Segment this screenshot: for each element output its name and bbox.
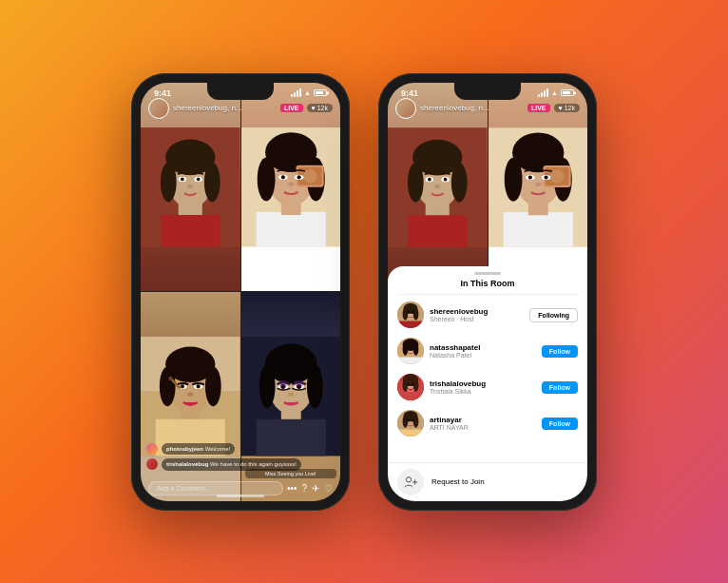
svg-point-54: [277, 380, 289, 386]
heart-icon-small: ♥: [312, 105, 316, 111]
svg-point-6: [204, 162, 220, 202]
bottom-sheet: In This Room: [388, 266, 587, 500]
svg-rect-107: [397, 394, 424, 400]
svg-point-112: [413, 416, 419, 428]
heart-icon[interactable]: ♡: [324, 483, 333, 494]
phone-2: 9:41 ▲ shereenlovebug, n... LIVE ♥: [378, 73, 597, 511]
svg-point-114: [412, 419, 414, 422]
svg-point-35: [205, 366, 221, 406]
room-info-trishala: trishalalovebug Trishala Sikka: [430, 379, 536, 395]
svg-point-55: [293, 380, 305, 386]
avatar-shereen: [397, 301, 424, 328]
heart-icon-small-2: ♥: [559, 105, 563, 111]
svg-point-96: [413, 343, 419, 356]
svg-point-98: [412, 347, 414, 350]
svg-rect-59: [408, 215, 468, 246]
bottom-icons-1: ••• ? ✈ ♡: [287, 483, 333, 494]
svg-point-56: [288, 393, 294, 397]
room-name-trishala: Trishala Sikka: [430, 388, 536, 395]
room-info-arti: artinayar ARTI NAYAR: [430, 416, 536, 431]
room-username-natasha: natasshapatel: [430, 343, 536, 352]
status-icons-2: ▲: [538, 88, 574, 97]
viewer-count-1: ♥ 12k: [307, 104, 333, 112]
live-badge-2: LIVE: [527, 104, 550, 112]
svg-rect-99: [397, 358, 424, 364]
status-time-1: 9:41: [154, 88, 171, 98]
follow-btn-arti[interactable]: Follow: [542, 418, 578, 430]
host-username-1: shereenlovebug, n...: [173, 104, 277, 112]
wifi-icon: ▲: [304, 89, 311, 96]
svg-point-39: [197, 384, 201, 388]
host-avatar-1: [148, 98, 169, 119]
room-item-arti: artinayar ARTI NAYAR Follow: [388, 405, 587, 441]
svg-point-83: [535, 182, 541, 185]
sheet-title: In This Room: [397, 279, 578, 295]
svg-rect-91: [397, 321, 424, 328]
room-name-arti: ARTI NAYAR: [430, 424, 536, 431]
room-username-shereen: shereenlovebug: [430, 307, 524, 316]
svg-point-104: [413, 379, 419, 392]
svg-point-116: [406, 476, 411, 481]
viewer-count-2: ♥ 12k: [554, 104, 580, 112]
room-name-natasha: Natasha Patel: [430, 352, 536, 359]
follow-btn-trishala[interactable]: Follow: [542, 381, 578, 394]
chat-text-1: photosbyjeen Welcome!: [162, 443, 235, 455]
status-icons-1: ▲: [291, 88, 327, 97]
phone-2-screen: 9:41 ▲ shereenlovebug, n... LIVE ♥: [388, 83, 587, 501]
signal-icon: [291, 88, 301, 97]
svg-point-111: [403, 416, 409, 428]
host-username-2: shereenlovebug, n...: [420, 104, 524, 112]
svg-point-62: [408, 162, 424, 202]
svg-point-97: [407, 347, 410, 350]
svg-point-10: [197, 177, 201, 181]
room-name-shereen: Shereen · Host: [430, 316, 524, 322]
svg-point-90: [412, 311, 414, 314]
question-icon[interactable]: ?: [301, 483, 307, 494]
svg-point-21: [302, 168, 316, 183]
svg-rect-13: [256, 211, 325, 246]
svg-point-74: [504, 157, 522, 201]
phone-1: 9:41 ▲ shereenlovebug, n... LIVE ♥: [131, 73, 350, 511]
room-username-trishala: trishalalovebug: [430, 379, 536, 388]
room-info-natasha: natasshapatel Natasha Patel: [430, 343, 536, 359]
avatar-arti: [397, 410, 424, 437]
live-header-2: shereenlovebug, n... LIVE ♥ 12k: [388, 98, 587, 119]
svg-rect-115: [397, 430, 424, 437]
svg-point-67: [444, 177, 448, 181]
battery-icon: [314, 89, 327, 96]
home-indicator-2: [464, 495, 511, 497]
svg-point-82: [544, 175, 547, 179]
share-icon[interactable]: ✈: [312, 483, 319, 494]
comment-input-1[interactable]: Add a Comment...: [148, 481, 283, 496]
wifi-icon-2: ▲: [551, 89, 558, 96]
sheet-handle: [474, 272, 501, 275]
phone-1-screen: 9:41 ▲ shereenlovebug, n... LIVE ♥: [141, 83, 340, 501]
svg-point-113: [407, 419, 410, 422]
signal-icon-2: [538, 88, 548, 97]
request-join-icon: [397, 469, 424, 496]
chat-message-2: trishalalovebug We have to do this again…: [146, 458, 335, 470]
svg-point-41: [168, 377, 172, 380]
svg-point-78: [549, 169, 564, 184]
chat-avatar-1: [146, 443, 158, 455]
svg-point-25: [297, 175, 300, 179]
host-avatar-2: [395, 98, 416, 119]
svg-point-26: [288, 182, 294, 185]
chat-avatar-2: [146, 458, 158, 470]
follow-btn-natasha[interactable]: Follow: [542, 345, 578, 358]
room-list: shereenlovebug Shereen · Host Following: [388, 295, 587, 461]
chat-message-1: photosbyjeen Welcome!: [146, 443, 335, 455]
live-badge-1: LIVE: [280, 104, 303, 112]
svg-rect-2: [161, 215, 220, 246]
svg-rect-70: [503, 212, 572, 247]
room-info-shereen: shereenlovebug Shereen · Host: [430, 307, 524, 322]
more-options-icon[interactable]: •••: [287, 483, 297, 494]
video-grid-1: Miss Seeing you Live!: [141, 83, 340, 501]
avatar-natasha: [397, 338, 424, 364]
room-item-trishala: trishalalovebug Trishala Sikka Follow: [388, 369, 587, 405]
room-item-shereen: shereenlovebug Shereen · Host Following: [388, 297, 587, 333]
room-item-natasha: natasshapatel Natasha Patel Follow: [388, 333, 587, 369]
follow-btn-shereen[interactable]: Following: [529, 308, 578, 322]
svg-point-42: [187, 393, 193, 397]
avatar-trishala: [397, 374, 424, 400]
